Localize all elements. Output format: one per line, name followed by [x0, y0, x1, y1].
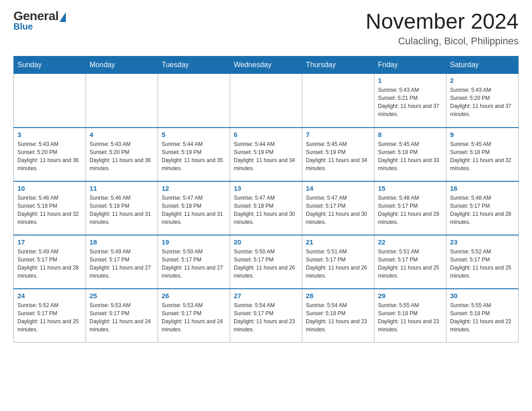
day-info: Sunrise: 5:48 AMSunset: 5:17 PMDaylight:… — [450, 194, 515, 226]
calendar-cell: 5Sunrise: 5:44 AMSunset: 5:19 PMDaylight… — [158, 128, 230, 181]
day-info: Sunrise: 5:43 AMSunset: 5:20 PMDaylight:… — [450, 86, 515, 118]
day-number: 1 — [378, 77, 442, 84]
day-number: 18 — [90, 238, 154, 246]
logo-blue-text: Blue — [13, 21, 33, 32]
calendar-week-row: 17Sunrise: 5:49 AMSunset: 5:17 PMDayligh… — [14, 235, 519, 289]
day-info: Sunrise: 5:44 AMSunset: 5:19 PMDaylight:… — [234, 140, 298, 172]
weekday-header-wednesday: Wednesday — [230, 56, 302, 74]
day-info: Sunrise: 5:45 AMSunset: 5:18 PMDaylight:… — [378, 140, 442, 172]
day-number: 8 — [378, 131, 442, 138]
day-info: Sunrise: 5:53 AMSunset: 5:17 PMDaylight:… — [162, 301, 226, 334]
calendar-cell: 9Sunrise: 5:45 AMSunset: 5:18 PMDaylight… — [446, 128, 519, 181]
day-info: Sunrise: 5:48 AMSunset: 5:17 PMDaylight:… — [378, 194, 442, 226]
day-info: Sunrise: 5:50 AMSunset: 5:17 PMDaylight:… — [234, 248, 298, 280]
day-number: 26 — [162, 292, 226, 300]
day-number: 15 — [378, 184, 442, 192]
calendar-week-row: 10Sunrise: 5:46 AMSunset: 5:18 PMDayligh… — [14, 181, 519, 235]
calendar-cell: 2Sunrise: 5:43 AMSunset: 5:20 PMDaylight… — [446, 74, 519, 128]
calendar-week-row: 3Sunrise: 5:43 AMSunset: 5:20 PMDaylight… — [14, 128, 519, 181]
day-info: Sunrise: 5:45 AMSunset: 5:18 PMDaylight:… — [450, 140, 515, 172]
day-info: Sunrise: 5:43 AMSunset: 5:20 PMDaylight:… — [90, 140, 154, 172]
calendar-cell: 8Sunrise: 5:45 AMSunset: 5:18 PMDaylight… — [374, 128, 446, 181]
day-info: Sunrise: 5:47 AMSunset: 5:18 PMDaylight:… — [234, 194, 298, 226]
day-info: Sunrise: 5:47 AMSunset: 5:18 PMDaylight:… — [162, 194, 226, 226]
day-number: 20 — [234, 238, 298, 246]
calendar-cell: 19Sunrise: 5:50 AMSunset: 5:17 PMDayligh… — [158, 235, 230, 289]
day-info: Sunrise: 5:51 AMSunset: 5:17 PMDaylight:… — [306, 248, 370, 280]
calendar-cell — [230, 74, 302, 128]
calendar-cell — [302, 74, 374, 128]
calendar-cell: 6Sunrise: 5:44 AMSunset: 5:19 PMDaylight… — [230, 128, 302, 181]
calendar-cell: 3Sunrise: 5:43 AMSunset: 5:20 PMDaylight… — [14, 128, 86, 181]
day-number: 5 — [162, 131, 226, 138]
weekday-header-sunday: Sunday — [14, 56, 86, 74]
day-number: 12 — [162, 184, 226, 192]
day-number: 24 — [17, 292, 82, 300]
calendar-header-row: SundayMondayTuesdayWednesdayThursdayFrid… — [14, 56, 519, 74]
calendar-cell: 14Sunrise: 5:47 AMSunset: 5:17 PMDayligh… — [302, 181, 374, 235]
day-number: 23 — [450, 238, 515, 246]
logo-triangle-icon — [60, 12, 66, 22]
title-section: November 2024 Culacling, Bicol, Philippi… — [365, 9, 519, 47]
day-number: 17 — [17, 238, 82, 246]
calendar-cell: 16Sunrise: 5:48 AMSunset: 5:17 PMDayligh… — [446, 181, 519, 235]
day-number: 10 — [17, 184, 82, 192]
calendar-cell: 17Sunrise: 5:49 AMSunset: 5:17 PMDayligh… — [14, 235, 86, 289]
weekday-header-saturday: Saturday — [446, 56, 519, 74]
calendar-cell: 7Sunrise: 5:45 AMSunset: 5:19 PMDaylight… — [302, 128, 374, 181]
day-info: Sunrise: 5:53 AMSunset: 5:17 PMDaylight:… — [90, 301, 154, 334]
day-number: 2 — [450, 77, 515, 84]
calendar-cell: 26Sunrise: 5:53 AMSunset: 5:17 PMDayligh… — [158, 289, 230, 342]
day-info: Sunrise: 5:49 AMSunset: 5:17 PMDaylight:… — [90, 248, 154, 280]
day-info: Sunrise: 5:55 AMSunset: 5:18 PMDaylight:… — [450, 301, 515, 334]
calendar-cell: 21Sunrise: 5:51 AMSunset: 5:17 PMDayligh… — [302, 235, 374, 289]
day-number: 7 — [306, 131, 370, 138]
calendar-cell: 12Sunrise: 5:47 AMSunset: 5:18 PMDayligh… — [158, 181, 230, 235]
day-info: Sunrise: 5:43 AMSunset: 5:21 PMDaylight:… — [378, 86, 442, 118]
day-number: 30 — [450, 292, 515, 300]
calendar-table: SundayMondayTuesdayWednesdayThursdayFrid… — [13, 56, 519, 342]
calendar-cell: 10Sunrise: 5:46 AMSunset: 5:18 PMDayligh… — [14, 181, 86, 235]
day-number: 4 — [90, 131, 154, 138]
calendar-cell: 13Sunrise: 5:47 AMSunset: 5:18 PMDayligh… — [230, 181, 302, 235]
calendar-cell: 11Sunrise: 5:46 AMSunset: 5:18 PMDayligh… — [86, 181, 158, 235]
day-info: Sunrise: 5:50 AMSunset: 5:17 PMDaylight:… — [162, 248, 226, 280]
day-info: Sunrise: 5:44 AMSunset: 5:19 PMDaylight:… — [162, 140, 226, 172]
calendar-week-row: 1Sunrise: 5:43 AMSunset: 5:21 PMDaylight… — [14, 74, 519, 128]
weekday-header-friday: Friday — [374, 56, 446, 74]
day-number: 22 — [378, 238, 442, 246]
calendar-cell: 30Sunrise: 5:55 AMSunset: 5:18 PMDayligh… — [446, 289, 519, 342]
weekday-header-monday: Monday — [86, 56, 158, 74]
calendar-cell: 24Sunrise: 5:52 AMSunset: 5:17 PMDayligh… — [14, 289, 86, 342]
day-info: Sunrise: 5:55 AMSunset: 5:18 PMDaylight:… — [378, 301, 442, 334]
calendar-cell: 18Sunrise: 5:49 AMSunset: 5:17 PMDayligh… — [86, 235, 158, 289]
day-info: Sunrise: 5:46 AMSunset: 5:18 PMDaylight:… — [90, 194, 154, 226]
calendar-cell: 25Sunrise: 5:53 AMSunset: 5:17 PMDayligh… — [86, 289, 158, 342]
calendar-cell: 4Sunrise: 5:43 AMSunset: 5:20 PMDaylight… — [86, 128, 158, 181]
day-info: Sunrise: 5:54 AMSunset: 5:18 PMDaylight:… — [306, 301, 370, 334]
day-info: Sunrise: 5:54 AMSunset: 5:17 PMDaylight:… — [234, 301, 298, 334]
weekday-header-tuesday: Tuesday — [158, 56, 230, 74]
day-number: 27 — [234, 292, 298, 300]
day-number: 3 — [17, 131, 82, 138]
calendar-cell: 15Sunrise: 5:48 AMSunset: 5:17 PMDayligh… — [374, 181, 446, 235]
calendar-cell: 20Sunrise: 5:50 AMSunset: 5:17 PMDayligh… — [230, 235, 302, 289]
calendar-cell — [86, 74, 158, 128]
day-number: 13 — [234, 184, 298, 192]
logo: General Blue — [13, 9, 66, 32]
day-number: 11 — [90, 184, 154, 192]
day-info: Sunrise: 5:49 AMSunset: 5:17 PMDaylight:… — [17, 248, 82, 280]
day-info: Sunrise: 5:43 AMSunset: 5:20 PMDaylight:… — [17, 140, 82, 172]
day-number: 6 — [234, 131, 298, 138]
calendar-cell: 23Sunrise: 5:52 AMSunset: 5:17 PMDayligh… — [446, 235, 519, 289]
day-number: 25 — [90, 292, 154, 300]
calendar-cell — [158, 74, 230, 128]
day-info: Sunrise: 5:52 AMSunset: 5:17 PMDaylight:… — [17, 301, 82, 334]
day-number: 28 — [306, 292, 370, 300]
day-number: 29 — [378, 292, 442, 300]
day-number: 19 — [162, 238, 226, 246]
calendar-cell: 22Sunrise: 5:51 AMSunset: 5:17 PMDayligh… — [374, 235, 446, 289]
day-info: Sunrise: 5:47 AMSunset: 5:17 PMDaylight:… — [306, 194, 370, 226]
location-title: Culacling, Bicol, Philippines — [365, 35, 519, 47]
calendar-cell: 29Sunrise: 5:55 AMSunset: 5:18 PMDayligh… — [374, 289, 446, 342]
